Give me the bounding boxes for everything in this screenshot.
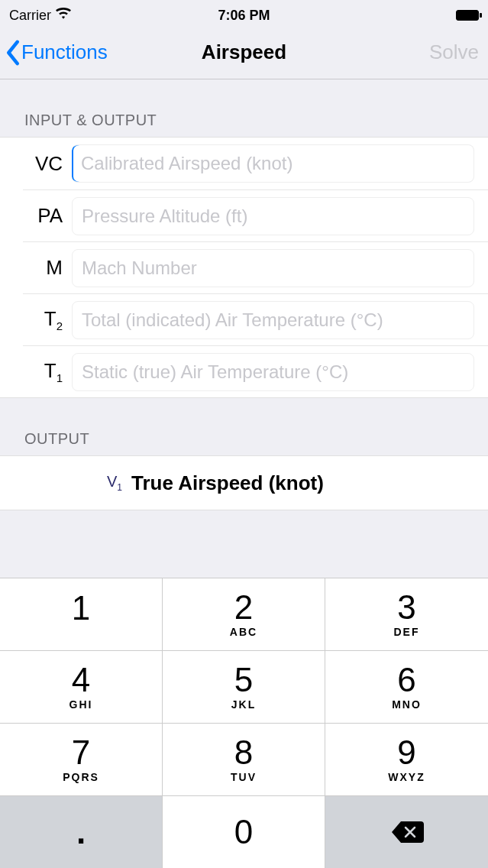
back-label: Functions — [21, 40, 108, 64]
section-header-output: OUTPUT — [0, 398, 488, 455]
key-1[interactable]: 1 — [0, 578, 163, 650]
output-row: V1 True Airspeed (knot) — [0, 455, 488, 510]
row-t1: T1 — [23, 345, 488, 397]
key-4[interactable]: 4GHI — [0, 650, 163, 723]
label-vc: VC — [23, 152, 72, 176]
input-pa[interactable] — [72, 197, 474, 235]
numeric-keypad: 1 2ABC 3DEF 4GHI 5JKL 6MNO 7PQRS 8TUV 9W… — [0, 578, 488, 868]
section-header-input-output: INPUT & OUTPUT — [0, 79, 488, 137]
label-t1: T1 — [23, 359, 72, 384]
key-5[interactable]: 5JKL — [163, 650, 325, 723]
row-t2: T2 — [23, 293, 488, 345]
output-label: True Airspeed (knot) — [131, 471, 324, 495]
row-pa: PA — [23, 189, 488, 241]
input-vc[interactable] — [72, 144, 474, 183]
row-m: M — [23, 241, 488, 293]
status-bar: Carrier 7:06 PM — [0, 0, 488, 31]
input-t2[interactable] — [72, 301, 474, 339]
key-8[interactable]: 8TUV — [163, 723, 325, 795]
label-pa: PA — [23, 204, 72, 228]
key-dot[interactable]: . — [0, 795, 163, 868]
key-7[interactable]: 7PQRS — [0, 723, 163, 795]
key-9[interactable]: 9WXYZ — [325, 723, 488, 795]
back-button[interactable]: Functions — [5, 40, 108, 66]
carrier-label: Carrier — [9, 8, 51, 24]
label-m: M — [23, 256, 72, 280]
output-symbol: V1 — [107, 473, 122, 493]
wifi-icon — [56, 6, 71, 25]
label-t2: T2 — [23, 307, 72, 332]
input-m[interactable] — [72, 249, 474, 287]
backspace-icon — [390, 820, 424, 844]
key-3[interactable]: 3DEF — [325, 578, 488, 650]
input-group: VC PA M T2 T1 — [0, 137, 488, 398]
navigation-bar: Functions Airspeed Solve — [0, 31, 488, 79]
key-2[interactable]: 2ABC — [163, 578, 325, 650]
input-t1[interactable] — [72, 353, 474, 391]
row-vc: VC — [0, 138, 488, 189]
clock: 7:06 PM — [166, 8, 322, 24]
key-backspace[interactable] — [325, 795, 488, 868]
solve-button[interactable]: Solve — [429, 40, 479, 64]
key-6[interactable]: 6MNO — [325, 650, 488, 723]
key-0[interactable]: 0 — [163, 795, 325, 868]
chevron-left-icon — [5, 40, 21, 66]
battery-icon — [456, 10, 479, 21]
